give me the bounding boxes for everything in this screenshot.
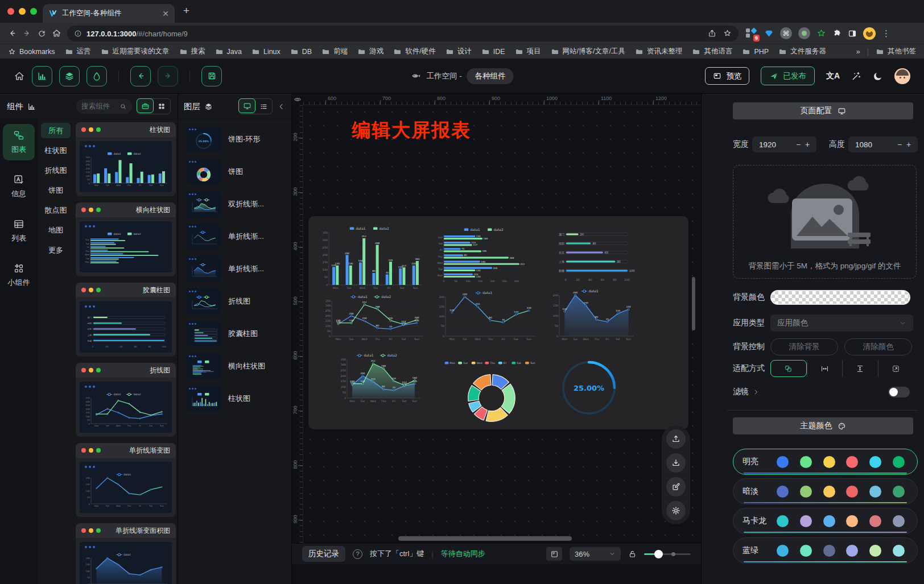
layer-item[interactable]: 25.00%饼图-环形 bbox=[178, 123, 291, 155]
briefcase-view-button[interactable] bbox=[137, 98, 154, 113]
layer-item[interactable]: 单折线渐... bbox=[178, 220, 291, 252]
search-input[interactable] bbox=[81, 102, 117, 110]
bookmark-item[interactable]: Linux bbox=[251, 47, 280, 56]
sidebar-item-信息[interactable]: 信息 bbox=[3, 168, 35, 205]
canvas-chart-hbar-double[interactable]: data1data2SunSatFriThuWedTueMon050100150… bbox=[435, 226, 538, 284]
save-button[interactable] bbox=[201, 66, 222, 86]
grid-view-button[interactable] bbox=[153, 99, 170, 114]
star-extension-icon[interactable] bbox=[816, 28, 826, 38]
preview-button[interactable]: 预览 bbox=[705, 67, 749, 85]
component-card[interactable]: 折线图data1data2050100150200250300350MonTue… bbox=[76, 363, 176, 437]
canvas-chart-area-double[interactable]: data1data2050100150200250300350MonTueWed… bbox=[337, 351, 423, 405]
width-increase-button[interactable]: + bbox=[803, 140, 812, 149]
bookmark-item[interactable]: 项目 bbox=[515, 47, 541, 56]
home-icon[interactable] bbox=[49, 28, 64, 38]
layers-panel-toggle-button[interactable] bbox=[59, 66, 80, 86]
profile-avatar[interactable] bbox=[863, 27, 876, 40]
download-button[interactable] bbox=[666, 453, 686, 473]
component-card[interactable]: 单折线渐变图data1050100150200MonTueWedThuFriSa… bbox=[76, 443, 176, 517]
forward-icon[interactable] bbox=[19, 28, 34, 38]
category-饼图[interactable]: 饼图 bbox=[41, 183, 71, 198]
layer-item[interactable]: 单折线渐... bbox=[178, 252, 291, 285]
share-icon[interactable] bbox=[708, 29, 716, 38]
adapt-height-button[interactable] bbox=[842, 360, 878, 377]
adapt-scale-button[interactable] bbox=[770, 360, 807, 377]
bookmark-item[interactable]: Java bbox=[215, 47, 242, 56]
bookmarks-manager[interactable]: Bookmarks bbox=[8, 48, 55, 56]
theme-row-明亮[interactable]: 明亮 bbox=[733, 449, 918, 475]
width-decrease-button[interactable]: − bbox=[794, 140, 803, 149]
back-icon[interactable] bbox=[5, 28, 19, 38]
magic-wand-icon[interactable] bbox=[851, 71, 861, 81]
category-所有[interactable]: 所有 bbox=[41, 123, 71, 138]
site-info-icon[interactable] bbox=[74, 30, 82, 38]
component-search[interactable] bbox=[76, 99, 132, 114]
horizontal-scrollbar[interactable] bbox=[398, 536, 572, 541]
browser-tab[interactable]: 工作空间-各种组件 ✕ bbox=[43, 4, 175, 23]
puzzle-extensions-icon[interactable] bbox=[832, 29, 842, 38]
filter-toggle[interactable] bbox=[888, 387, 910, 397]
history-button[interactable]: 历史记录 bbox=[302, 546, 345, 562]
zoom-slider[interactable] bbox=[644, 550, 691, 558]
app-home-icon[interactable] bbox=[14, 71, 25, 82]
notes-panel-button[interactable] bbox=[546, 547, 562, 561]
redo-button[interactable] bbox=[158, 66, 178, 86]
category-折线图[interactable]: 折线图 bbox=[41, 163, 71, 178]
publish-button[interactable]: 已发布 bbox=[761, 67, 815, 85]
adapt-width-button[interactable] bbox=[807, 360, 843, 377]
component-card[interactable]: 胶囊柱图厦门南阳北京上海新疆020406080100 bbox=[76, 283, 176, 357]
width-stepper[interactable]: 1920 − + bbox=[752, 136, 816, 152]
bookmark-item[interactable]: 文件服务器 bbox=[778, 47, 826, 56]
layer-item[interactable]: 双折线渐... bbox=[178, 188, 291, 220]
bookmark-item[interactable]: DB bbox=[290, 47, 312, 56]
layer-item[interactable]: 折线图 bbox=[178, 285, 291, 317]
chevron-right-icon[interactable] bbox=[752, 388, 760, 396]
theme-row-蓝绿[interactable]: 蓝绿 bbox=[733, 537, 918, 564]
clear-color-button[interactable]: 清除颜色 bbox=[844, 338, 912, 355]
zoom-level-select[interactable]: 36% bbox=[570, 547, 621, 561]
bookmark-star-icon[interactable] bbox=[723, 29, 732, 38]
category-地图[interactable]: 地图 bbox=[41, 222, 71, 238]
bookmark-item[interactable]: PHP bbox=[742, 47, 769, 56]
clear-background-button[interactable]: 清除背景 bbox=[770, 338, 838, 355]
export-button[interactable] bbox=[666, 429, 686, 449]
canvas-chart-line-single[interactable]: data1050100150200MonTueWedThuFriSatSun12… bbox=[435, 289, 539, 343]
chart-panel-toggle-button[interactable] bbox=[32, 66, 52, 86]
thumbnail-view-button[interactable] bbox=[238, 98, 255, 113]
side-panel-icon[interactable] bbox=[848, 29, 857, 38]
component-card[interactable]: 横向柱状图data1data2SunSatFriThuWedTueMon bbox=[76, 202, 176, 276]
bookmark-item[interactable]: 其他语言 bbox=[692, 47, 732, 56]
reload-icon[interactable] bbox=[34, 29, 49, 38]
sidebar-item-小组件[interactable]: 小组件 bbox=[3, 257, 35, 293]
dashboard-screen[interactable]: data1data2050100150200250300350MonTueWed… bbox=[308, 216, 688, 429]
extension-badge-icon[interactable]: 9 bbox=[745, 27, 758, 40]
eye-icon[interactable] bbox=[292, 94, 303, 105]
canvas-workspace[interactable]: 编辑大屏报表 data1data2050100150200250300350Mo… bbox=[303, 105, 701, 543]
bookmark-item[interactable]: 网站/博客/文章/工具 bbox=[551, 47, 625, 56]
background-color-swatch[interactable] bbox=[770, 290, 910, 305]
new-tab-button[interactable]: + bbox=[183, 5, 189, 17]
filter-panel-toggle-button[interactable] bbox=[86, 66, 107, 86]
theme-color-button[interactable]: 主题颜色 bbox=[733, 417, 913, 434]
canvas-text-title[interactable]: 编辑大屏报表 bbox=[352, 118, 471, 143]
canvas-chart-capsule[interactable]: 厦门20南阳40北京60上海80新疆100020406080100 bbox=[553, 226, 638, 282]
canvas-chart-donut[interactable]: MonTueWedThuFriSatSun bbox=[438, 359, 545, 426]
command-extension-icon[interactable]: ⌘ bbox=[780, 27, 792, 39]
slider-knob[interactable] bbox=[654, 550, 663, 558]
adapt-full-button[interactable] bbox=[878, 360, 914, 377]
collapse-panel-icon[interactable] bbox=[277, 102, 286, 111]
bookmark-item[interactable]: 近期需要读的文章 bbox=[101, 47, 170, 56]
category-柱状图[interactable]: 柱状图 bbox=[41, 143, 71, 158]
component-card[interactable]: 单折线渐变面积图data1050100150200MonTueWedThuFri… bbox=[76, 523, 176, 584]
canvas-chart-area-single[interactable]: data1050100150200MonTueWedThuFriSatSun12… bbox=[549, 287, 637, 343]
browser-menu-icon[interactable]: ⋮ bbox=[882, 28, 890, 39]
minimize-window-button[interactable] bbox=[19, 8, 26, 15]
theme-row-暗淡[interactable]: 暗淡 bbox=[733, 478, 918, 504]
bookmark-item[interactable]: 资讯未整理 bbox=[635, 47, 683, 56]
bookmark-item[interactable]: 搜索 bbox=[179, 47, 205, 56]
height-decrease-button[interactable]: − bbox=[895, 140, 904, 149]
bookmark-item[interactable]: 运营 bbox=[65, 47, 91, 56]
category-更多[interactable]: 更多 bbox=[41, 242, 71, 258]
canvas-chart-bar-double[interactable]: data1data2050100150200250300350MonTueWed… bbox=[319, 225, 426, 292]
sidebar-item-列表[interactable]: 列表 bbox=[3, 213, 35, 249]
